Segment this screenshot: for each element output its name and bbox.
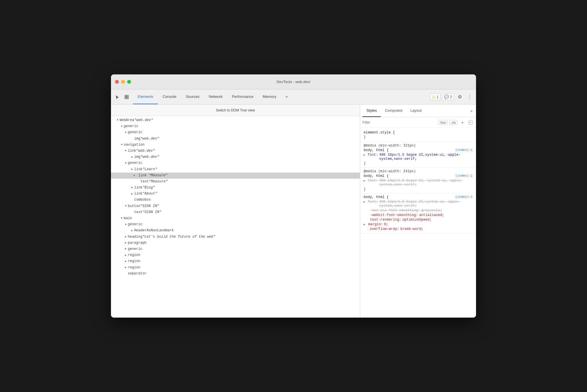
toggle-icon[interactable]: ▼ [116, 118, 120, 122]
tree-node-link-blog[interactable]: ▶ link "Blog" [111, 185, 360, 191]
tree-node-generic-5[interactable]: ▶ generic [111, 246, 360, 252]
warning-badge-button[interactable]: ⚠ 1 [430, 94, 441, 100]
tab-memory[interactable]: Memory [258, 89, 281, 104]
tree-node-text-measure[interactable]: text "Measure" [111, 179, 360, 185]
maximize-button[interactable] [127, 80, 131, 84]
tab-styles[interactable]: Styles [362, 105, 381, 117]
tab-computed[interactable]: Computed [381, 105, 406, 117]
cls-filter-button[interactable]: .cls [449, 120, 458, 125]
toggle-icon[interactable]: ▼ [120, 143, 124, 147]
dom-header[interactable]: Switch to DOM Tree view [111, 105, 360, 116]
toggle-icon[interactable]: ▶ [124, 253, 128, 257]
tree-node-generic-4[interactable]: ▼ generic [111, 221, 360, 228]
tree-node-img-1[interactable]: img "web.dev" [111, 136, 360, 142]
tab-sources[interactable]: Sources [181, 89, 204, 104]
toggle-icon[interactable]: ▼ [132, 174, 136, 178]
tree-node-generic-1[interactable]: ▼ generic [111, 123, 360, 129]
tree-node-region-2[interactable]: ▶ region [111, 258, 360, 264]
prop-moz-value: grayscale; [421, 208, 442, 213]
tree-node-header[interactable]: ▶ HeaderAsNonLandmark [111, 228, 360, 234]
toggle-icon[interactable]: ▼ [124, 204, 128, 208]
source-link-1[interactable]: (index):1 [455, 148, 473, 152]
triangle-icon[interactable]: ▶ [364, 200, 366, 204]
prop-margin: ▶ margin: 0; [364, 222, 473, 226]
toggle-icon[interactable]: ▼ [124, 149, 128, 153]
tree-node-region-1[interactable]: ▶ region [111, 252, 360, 258]
source-link-3[interactable]: (index):1 [455, 195, 473, 199]
styles-more-button[interactable]: » [469, 107, 474, 114]
prop-webkit-name: -webkit-font-smoothing: [370, 213, 418, 217]
node-value: "Let's build the future of the web" [142, 234, 215, 240]
tree-node-generic-2[interactable]: ▼ generic [111, 129, 360, 135]
toggle-icon[interactable]: ▶ [124, 241, 128, 245]
tab-more[interactable]: » [281, 89, 292, 104]
toggle-icon[interactable]: ▶ [124, 235, 128, 239]
prop-value-strikethrough: 400 14px/1.5 Segoe UI, system-ui, apple-… [379, 179, 473, 187]
toggle-icon[interactable]: ▼ [124, 131, 128, 135]
svg-rect-3 [127, 97, 128, 99]
devtools-window: DevTools - web.dev/ Elements Console [111, 74, 476, 318]
triangle-icon[interactable]: ▶ [364, 223, 367, 226]
tree-node-link-webdev[interactable]: ▼ link "web.dev" [111, 148, 360, 154]
close-button[interactable] [115, 80, 119, 84]
tree-node-main[interactable]: ▼ main [111, 215, 360, 221]
triangle-icon[interactable]: ▶ [364, 179, 366, 182]
tab-network[interactable]: Network [204, 89, 227, 104]
tree-node-link-learn[interactable]: ▶ link "Learn" [111, 166, 360, 173]
tab-layout[interactable]: Layout [406, 105, 426, 117]
node-value: "Blog" [143, 185, 155, 190]
tree-node-heading[interactable]: ▶ heading "Let's build the future of the… [111, 234, 360, 240]
body-html-base-block: body, html { (index):1 ▶ font: 400 12px/… [360, 193, 476, 234]
inspect-icon-button[interactable] [123, 93, 131, 101]
tree-node-img-2[interactable]: ▶ img "web.dev" [111, 154, 360, 160]
toggle-icon[interactable]: ▼ [124, 223, 128, 227]
tree-node-combobox[interactable]: combobox [111, 197, 360, 203]
toggle-icon[interactable]: ▼ [120, 124, 124, 129]
window-title: DevTools - web.dev/ [276, 80, 310, 84]
toggle-icon[interactable]: ▶ [130, 155, 134, 159]
dom-tree[interactable]: ▼ WebArea "web.dev" ▼ generic ▼ generic [111, 116, 360, 318]
media-query-241: @media (min-width: 241px) [364, 169, 473, 173]
styles-panel: Styles Computed Layout » :hov .cls + ↵ [360, 105, 476, 318]
toggle-icon[interactable]: ▶ [124, 265, 128, 270]
settings-button[interactable]: ⚙ [456, 93, 464, 101]
tree-node-webarea[interactable]: ▼ WebArea "web.dev" [111, 117, 360, 123]
tree-node-button-signin[interactable]: ▼ button "SIGN IN" [111, 203, 360, 209]
toggle-icon[interactable]: ▶ [130, 229, 134, 233]
tree-node-separator[interactable]: separator [111, 271, 360, 277]
more-icon: ⋮ [467, 94, 472, 100]
toggle-icon[interactable]: ▶ [130, 167, 134, 171]
toggle-icon[interactable]: ▶ [130, 186, 134, 190]
minimize-button[interactable] [121, 80, 125, 84]
triangle-icon[interactable]: ▶ [364, 153, 366, 157]
close-brace-1: } [364, 162, 473, 166]
tree-node-link-measure[interactable]: ▼ link "Measure" [111, 173, 360, 179]
selector-body-html-1: body, html { (index):1 [364, 148, 473, 152]
toggle-icon[interactable]: ▼ [120, 216, 124, 220]
source-link-2[interactable]: (index):1 [455, 174, 473, 177]
tab-console[interactable]: Console [158, 89, 181, 104]
styles-filter-input[interactable] [362, 120, 436, 124]
tree-node-generic-3[interactable]: ▼ generic [111, 160, 360, 166]
node-value: "SIGN IN" [140, 204, 159, 209]
toggle-icon[interactable]: ▶ [124, 259, 128, 263]
tab-performance[interactable]: Performance [227, 89, 258, 104]
main-tabs: Elements Console Sources Network Perform… [133, 89, 430, 104]
tree-node-region-3[interactable]: ▶ region [111, 265, 360, 271]
tree-node-link-about[interactable]: ▶ link "About" [111, 191, 360, 197]
styles-content[interactable]: element.style { } @media (min-width: 321… [360, 128, 476, 318]
hov-filter-button[interactable]: :hov [438, 120, 448, 125]
tree-node-navigation[interactable]: ▼ navigation [111, 142, 360, 148]
toggle-icon[interactable]: ▶ [130, 192, 134, 196]
more-options-button[interactable]: ⋮ [466, 93, 474, 101]
tab-elements[interactable]: Elements [133, 89, 158, 104]
cursor-icon-button[interactable] [113, 93, 121, 101]
toggle-icon[interactable]: ▼ [124, 161, 128, 165]
node-type: separator [128, 271, 147, 276]
add-style-button[interactable]: + [459, 119, 466, 126]
toggle-icon[interactable]: ▶ [124, 247, 128, 251]
force-state-button[interactable]: ↵ [467, 119, 474, 126]
tree-node-text-signin[interactable]: text "SIGN IN" [111, 209, 360, 215]
tree-node-paragraph[interactable]: ▶ paragraph [111, 240, 360, 246]
info-badge-button[interactable]: 💬 2 [442, 94, 454, 100]
